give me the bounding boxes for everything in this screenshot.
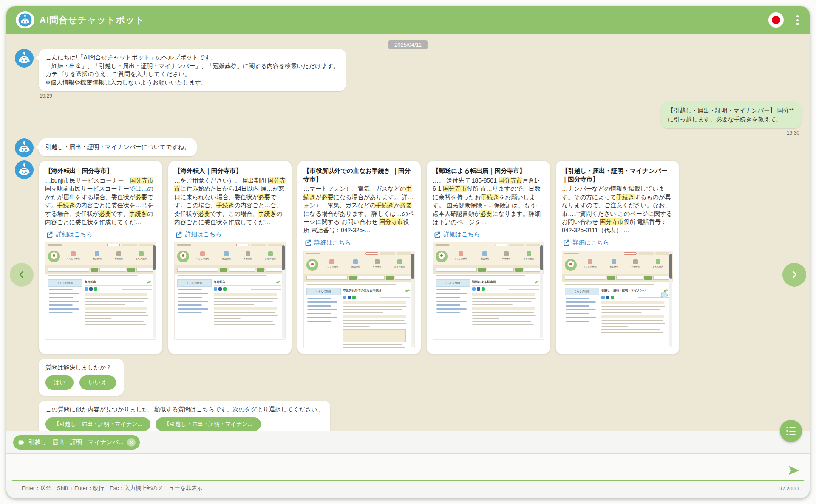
feedback-yes-button[interactable]: はい <box>45 375 74 390</box>
bot-avatar-icon <box>15 49 34 68</box>
nav-icon <box>527 251 531 256</box>
chatbot-window: AI問合せチャットボット 2025/04/11 こんにちは!「AI問合せチャット… <box>6 6 810 498</box>
category-chip[interactable]: 引越し・届出・証明・マイナンバ... <box>13 435 140 450</box>
menu-kebab-button[interactable] <box>795 14 800 27</box>
result-title: 【郵送による転出届｜国分寺市】 <box>433 167 544 175</box>
city-logo <box>436 251 448 262</box>
similar-tag-button[interactable]: 【引越し・届出・証明・マイナン... <box>156 417 261 431</box>
line-icon <box>94 287 97 291</box>
carousel-rail: 【海外転出｜国分寺市】 …bunji市民サービスコーナー、国分寺市国立駅前市民サ… <box>39 160 680 355</box>
city-logo <box>177 251 189 262</box>
composer: 引越し・届出・証明・マイナンバ... Enter：送信 Shift + Ente… <box>6 431 810 498</box>
thumb-search-bar <box>562 274 673 282</box>
result-card[interactable]: 【海外転出｜国分寺市】 …bunji市民サービスコーナー、国分寺市国立駅前市民サ… <box>39 160 163 355</box>
tag-icon <box>18 439 25 446</box>
thumb-site-header: くらしの情報 施設情報 市政情報 まちの魅力 <box>562 256 673 274</box>
feedback-bubble: 質問は解決しましたか？ はい いいえ <box>39 359 124 396</box>
city-logo <box>565 259 577 271</box>
quick-menu-button[interactable] <box>780 420 802 442</box>
thumbnail-scrollbar[interactable] <box>282 243 285 338</box>
thumb-browser-topbar <box>304 251 414 256</box>
similar-questions-bubble: この質問に似た内容が見つかりました。類似する質問はこちらです。次のタグより選択し… <box>39 401 330 431</box>
thumb-page-title: 海外転入 <box>214 280 226 284</box>
send-button[interactable] <box>788 465 800 478</box>
chat-scroll-area[interactable]: 2025/04/11 こんにちは!「AI問合せチャットボット」のヘルプボットです… <box>6 34 810 431</box>
nav-icon <box>246 251 250 256</box>
record-dot-icon <box>772 16 780 24</box>
thumb-main-content: 市役所以外での主なお手続き <box>343 288 410 348</box>
result-title: 【海外転出｜国分寺市】 <box>45 167 156 175</box>
detail-link[interactable]: 詳細はこちら <box>563 239 673 247</box>
similar-tag-button[interactable]: 【引越し・届出・証明・マイナン... <box>45 417 150 431</box>
thumb-breadcrumb <box>304 282 414 286</box>
thumb-search-bar <box>433 265 544 274</box>
bot-avatar-icon <box>15 160 34 179</box>
thumb-main-content: 郵送による転出届 <box>472 279 539 327</box>
thumbnail-scrollbar[interactable] <box>540 243 543 338</box>
result-snippet: …bunji市民サービスコーナー、国分寺市国立駅前市民サービスコーナーでは…のか… <box>45 177 156 227</box>
chip-close-button[interactable] <box>127 438 136 447</box>
result-page-thumbnail[interactable]: くらしの情報 施設情報 市政情報 まちの魅力 くらしの情報 引越し・届 <box>562 251 673 348</box>
nav-icon <box>375 259 380 264</box>
thumbnail-scrollbar[interactable] <box>411 252 414 347</box>
thumbnail-scrollbar[interactable] <box>669 252 672 347</box>
facebook-icon <box>606 296 609 299</box>
thumb-main-content: 引越し・届出・証明・マイナンバー <box>601 288 669 335</box>
leaf-icon <box>534 280 539 284</box>
thumb-breadcrumb <box>45 274 156 278</box>
carousel-prev-button[interactable] <box>10 263 34 287</box>
bot-message-row: 引越し・届出・証明・マイナンバーについてですね。 <box>15 138 801 157</box>
nav-icon <box>353 259 358 264</box>
nav-icon <box>139 251 144 256</box>
thumb-search-bar <box>175 265 285 274</box>
leaf-icon <box>147 280 152 284</box>
result-card[interactable]: 【郵送による転出届｜国分寺市】 …。 送付先 〒185-8501 国分寺市戸倉1… <box>426 160 550 355</box>
twitter-icon <box>472 287 476 291</box>
result-page-thumbnail[interactable]: くらしの情報 施設情報 市政情報 まちの魅力 くらしの情報 郵送による <box>433 242 544 340</box>
thumb-site-header: くらしの情報 施設情報 市政情報 まちの魅力 <box>433 248 544 265</box>
thumb-site-header: くらしの情報 施設情報 市政情報 まちの魅力 <box>175 248 285 265</box>
line-icon <box>611 296 614 299</box>
composer-footer: Enter：送信 Shift + Enter：改行 Esc：入力欄上部のメニュー… <box>6 481 810 498</box>
category-chip-label: 引越し・届出・証明・マイナンバ... <box>28 439 124 446</box>
result-card[interactable]: 【海外転入｜国分寺市】 …をご用意ください）。 届出期間 国分寺市に住み始めた日… <box>168 160 292 355</box>
feedback-no-button[interactable]: いいえ <box>79 375 116 390</box>
result-snippet: …ナンバーなどの情報を掲載しています。その方によって手続きするものが異なりますの… <box>562 185 673 235</box>
result-title: 【海外転入｜国分寺市】 <box>174 167 286 175</box>
app-title: AI問合せチャットボット <box>40 14 144 26</box>
thumb-page-title: 引越し・届出・証明・マイナンバー <box>601 288 649 293</box>
detail-link[interactable]: 詳細はこちら <box>434 231 544 238</box>
record-button[interactable] <box>768 12 784 28</box>
line-icon <box>352 296 356 299</box>
bot-message-row: こんにちは!「AI問合せチャットボット」のヘルプボットです。 「妊娠・出産」、「… <box>15 49 801 91</box>
send-icon <box>788 465 800 476</box>
line-icon <box>482 287 485 291</box>
external-link-icon <box>434 231 441 238</box>
leaf-icon <box>405 288 410 293</box>
result-page-thumbnail[interactable]: くらしの情報 施設情報 市政情報 まちの魅力 くらしの情報 海外転出 <box>45 242 156 340</box>
result-page-thumbnail[interactable]: くらしの情報 施設情報 市政情報 まちの魅力 くらしの情報 市役所以外 <box>303 251 415 348</box>
detail-link[interactable]: 詳細はこちら <box>304 239 415 247</box>
nav-icon <box>656 259 660 264</box>
result-card[interactable]: 【市役所以外での主なお手続き ｜国分寺市】 …マートフォン）、電気、ガスなどの手… <box>297 160 421 355</box>
result-card[interactable]: 【引越し・届出・証明・マイナンバー｜国分寺市】 …ナンバーなどの情報を掲載してい… <box>555 160 680 355</box>
char-counter: 0 / 2000 <box>779 485 799 492</box>
detail-link[interactable]: 詳細はこちら <box>46 231 156 238</box>
city-logo <box>306 259 318 271</box>
date-badge: 2025/04/11 <box>388 40 428 49</box>
result-page-thumbnail[interactable]: くらしの情報 施設情報 市政情報 まちの魅力 くらしの情報 海外転入 <box>174 242 286 340</box>
city-logo <box>48 251 60 262</box>
nav-icon <box>224 251 229 256</box>
input-zone <box>6 454 810 480</box>
thumb-browser-topbar <box>175 242 285 248</box>
keyboard-hint: Enter：送信 Shift + Enter：改行 Esc：入力欄上部のメニュー… <box>22 484 202 492</box>
thumb-contact-callout <box>343 329 406 342</box>
user-message: 【引越し・届出・証明・マイナンバー】 国分**に引っ越します。必要な手続きを教え… <box>661 101 801 128</box>
message-input[interactable] <box>19 456 784 478</box>
detail-link[interactable]: 詳細はこちら <box>175 231 286 238</box>
carousel-next-button[interactable] <box>782 263 806 287</box>
bot-avatar-icon <box>15 138 34 157</box>
result-snippet: …。 送付先 〒185-8501 国分寺市戸倉1-6-1 国分寺市役所 市…りま… <box>433 177 544 227</box>
thumbnail-scrollbar[interactable] <box>153 243 156 338</box>
similar-questions-text: この質問に似た内容が見つかりました。類似する質問はこちらです。次のタグより選択し… <box>45 406 323 414</box>
